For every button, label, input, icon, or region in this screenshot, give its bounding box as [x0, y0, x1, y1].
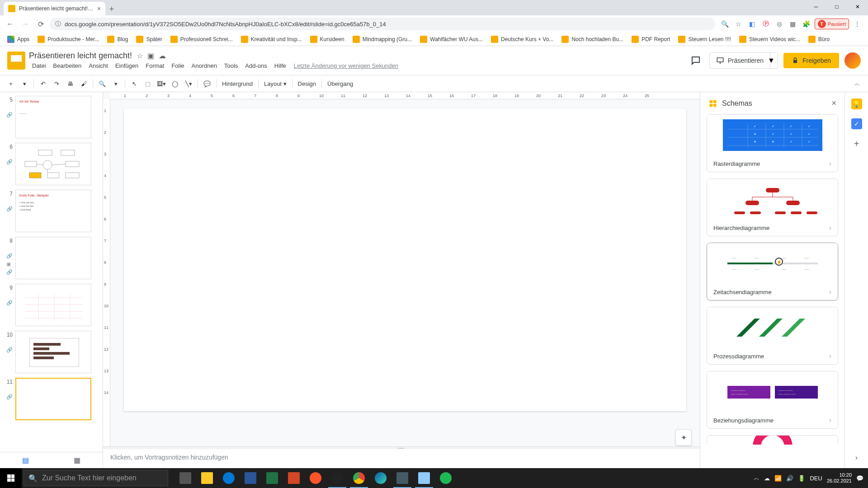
bookmark-item[interactable]: Kreativität und Insp... [237, 34, 306, 45]
window-maximize-button[interactable]: □ [826, 0, 847, 14]
app-button[interactable] [392, 468, 413, 488]
forward-button[interactable]: → [19, 18, 32, 30]
bookmark-item[interactable]: Noch hochladen Bu... [558, 34, 627, 45]
task-view-button[interactable] [175, 468, 196, 488]
transition-button[interactable]: Übergang [325, 80, 356, 87]
slide-thumbnail-selected[interactable] [15, 378, 91, 420]
close-panel-button[interactable]: × [831, 99, 836, 108]
grid-view-button[interactable]: ▦ [52, 452, 103, 468]
paint-format-button[interactable]: 🖌 [77, 77, 90, 90]
move-icon[interactable]: ▣ [147, 52, 154, 60]
select-tool[interactable]: ↖ [128, 77, 141, 90]
menu-format[interactable]: Format [142, 61, 167, 70]
menu-arrange[interactable]: Anordnen [189, 61, 220, 70]
site-info-icon[interactable]: ⓘ [55, 20, 61, 28]
window-close-button[interactable]: ✕ [847, 0, 868, 14]
extension-icon-3[interactable]: ▦ [788, 19, 798, 29]
edge-classic-button[interactable] [218, 468, 240, 488]
menu-tools[interactable]: Tools [221, 61, 241, 70]
word-button[interactable] [240, 468, 261, 488]
tray-expand-icon[interactable]: ︿ [754, 474, 760, 482]
slide-thumbnail[interactable] [15, 143, 91, 185]
bookmark-item[interactable]: PDF Report [628, 34, 674, 45]
bookmark-item[interactable]: Steuern Lesen !!!! [675, 34, 735, 45]
bookmark-item[interactable]: Später [132, 34, 165, 45]
add-addon-icon[interactable]: + [851, 138, 862, 149]
slide-thumbnail[interactable]: Erste Folie - Beispiel• Line one text• L… [15, 190, 91, 232]
back-button[interactable]: ← [4, 18, 16, 30]
extension-icon-2[interactable]: ◎ [774, 19, 785, 29]
profile-button[interactable]: T Pausiert [815, 19, 849, 29]
close-tab-icon[interactable]: × [97, 5, 101, 12]
slide-thumbnail[interactable]: Ich bin Teresa——— [15, 96, 91, 138]
menu-file[interactable]: Datei [29, 61, 49, 70]
tasks-icon[interactable]: ✓ [851, 118, 862, 129]
reload-button[interactable]: ⟳ [34, 18, 47, 30]
schema-card-cycle[interactable] [707, 435, 838, 445]
new-slide-button[interactable]: + [5, 77, 17, 90]
menu-edit[interactable]: Bearbeiten [50, 61, 85, 70]
bookmark-star-icon[interactable]: ☆ [733, 19, 744, 29]
comment-tool[interactable]: 💬 [201, 77, 213, 90]
bookmark-item[interactable]: Produktsuche - Mer... [34, 34, 103, 45]
schema-card-hierarchy[interactable]: Hierarchiediagramme› [707, 178, 838, 236]
new-slide-dropdown[interactable]: ▾ [18, 77, 31, 90]
chrome-button[interactable] [348, 468, 370, 488]
bookmark-item[interactable]: Deutsche Kurs + Vo... [487, 34, 557, 45]
bookmark-item[interactable]: Mindmapping (Gru... [349, 34, 415, 45]
background-button[interactable]: Hintergrund [219, 80, 255, 87]
line-tool[interactable]: ╲▾ [182, 77, 195, 90]
volume-icon[interactable]: 🔊 [786, 475, 793, 482]
extensions-menu-icon[interactable]: 🧩 [801, 19, 812, 29]
address-bar[interactable]: ⓘ docs.google.com/presentation/d/1yV372S… [50, 18, 715, 30]
edge-button[interactable] [370, 468, 392, 488]
slide-thumbnail[interactable] [15, 237, 91, 279]
bookmark-apps[interactable]: Apps [4, 34, 33, 45]
excel-button[interactable] [261, 468, 283, 488]
notepad-button[interactable] [413, 468, 435, 488]
undo-button[interactable]: ↶ [37, 77, 49, 90]
keep-icon[interactable]: 💡 [851, 99, 862, 109]
image-tool[interactable]: 🖼▾ [155, 77, 168, 90]
language-indicator[interactable]: DEU [810, 475, 822, 482]
menu-view[interactable]: Ansicht [85, 61, 111, 70]
menu-insert[interactable]: Einfügen [112, 61, 142, 70]
bookmark-item[interactable]: Büro [805, 34, 833, 45]
menu-addons[interactable]: Add-ons [242, 61, 270, 70]
zoom-dropdown[interactable]: ▾ [109, 77, 122, 90]
schema-card-relationship[interactable]: ——— ————— ——— ————— ————— ——— —— Beziehu… [707, 371, 838, 429]
chrome-menu-icon[interactable]: ⋮ [852, 19, 863, 29]
last-edit-text[interactable]: Letzte Änderung vor wenigen Sekunden [290, 61, 402, 70]
speaker-notes[interactable]: Klicken, um Vortragsnotizen hinzuzufügen [103, 449, 700, 468]
window-minimize-button[interactable]: ─ [806, 0, 826, 14]
bookmark-item[interactable]: Kursideen [307, 34, 348, 45]
spotify-button[interactable] [435, 468, 457, 488]
schema-card-grid[interactable]: ✓✓✓✓✕✓✓✓✕✕✓✓ Rasterdiagramme› [707, 114, 838, 172]
taskbar-search[interactable]: 🔍 Zur Suche Text hier eingeben [24, 470, 168, 486]
print-button[interactable]: 🖶 [64, 77, 76, 90]
zoom-icon[interactable]: 🔍 [720, 19, 731, 29]
textbox-tool[interactable]: ⬚ [142, 77, 154, 90]
star-icon[interactable]: ☆ [137, 52, 143, 60]
explore-button[interactable]: ✦ [675, 429, 692, 446]
extension-pinterest-icon[interactable]: Ⓟ [760, 19, 771, 29]
bookmark-item[interactable]: Steuern Videos wic... [736, 34, 804, 45]
slide-canvas[interactable] [124, 108, 686, 411]
share-button[interactable]: Freigeben [783, 53, 839, 68]
start-button[interactable] [0, 468, 22, 488]
cloud-status-icon[interactable]: ☁ [159, 52, 166, 60]
redo-button[interactable]: ↷ [50, 77, 63, 90]
battery-icon[interactable]: 🔋 [798, 475, 805, 482]
wifi-icon[interactable]: 📶 [774, 475, 782, 482]
obs-button[interactable] [326, 468, 348, 488]
comments-button[interactable] [688, 52, 704, 69]
bookmark-item[interactable]: Wahlfächer WU Aus... [416, 34, 486, 45]
schema-card-process[interactable]: Prozessdiagramme› [707, 307, 838, 365]
layout-button[interactable]: Layout ▾ [261, 80, 289, 87]
powerpoint-button[interactable] [283, 468, 305, 488]
present-button[interactable]: Präsentieren [709, 52, 770, 69]
brave-button[interactable] [305, 468, 326, 488]
present-dropdown[interactable]: ▼ [765, 52, 778, 69]
extension-icon[interactable]: ◧ [747, 19, 758, 29]
slide-thumbnail[interactable] [15, 284, 91, 326]
